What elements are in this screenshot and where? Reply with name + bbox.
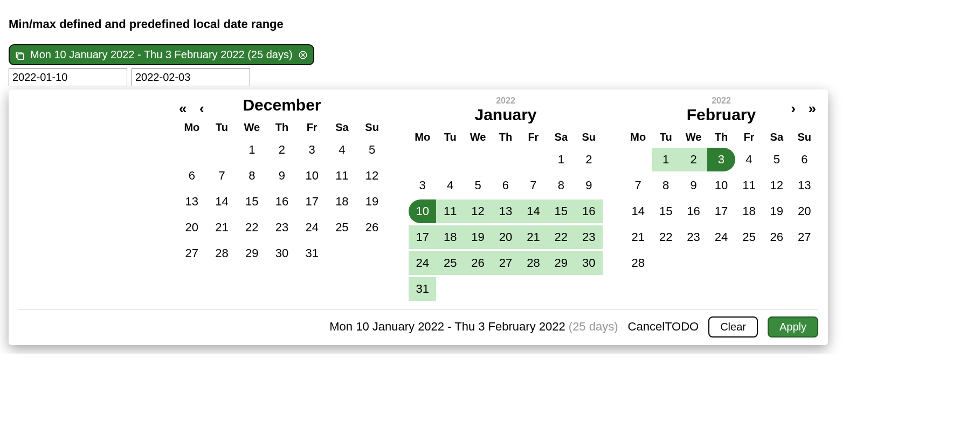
day-cell[interactable]: 27 bbox=[177, 242, 207, 265]
day-cell[interactable]: 11 bbox=[436, 199, 464, 223]
day-cell[interactable]: 9 bbox=[680, 174, 707, 197]
day-cell[interactable]: 10 bbox=[297, 164, 327, 188]
day-cell[interactable]: 3 bbox=[297, 138, 327, 162]
day-cell[interactable]: 4 bbox=[735, 148, 763, 171]
day-cell[interactable]: 8 bbox=[237, 164, 267, 188]
day-cell[interactable]: 15 bbox=[237, 190, 267, 214]
day-cell[interactable]: 28 bbox=[624, 251, 652, 275]
day-cell[interactable]: 29 bbox=[237, 242, 267, 265]
day-cell[interactable]: 14 bbox=[207, 190, 237, 214]
day-cell[interactable]: 14 bbox=[624, 199, 652, 223]
day-cell[interactable]: 23 bbox=[267, 216, 297, 239]
day-cell[interactable]: 24 bbox=[707, 225, 735, 249]
day-cell[interactable]: 26 bbox=[763, 225, 790, 249]
day-cell[interactable]: 1 bbox=[652, 148, 679, 171]
day-cell[interactable]: 12 bbox=[464, 199, 492, 223]
day-cell[interactable]: 19 bbox=[357, 190, 387, 214]
day-cell[interactable]: 22 bbox=[237, 216, 267, 239]
day-cell[interactable]: 12 bbox=[357, 164, 387, 188]
day-cell[interactable]: 24 bbox=[409, 251, 436, 275]
day-cell[interactable]: 26 bbox=[357, 216, 387, 239]
day-cell[interactable]: 25 bbox=[327, 216, 357, 239]
day-cell[interactable]: 20 bbox=[177, 216, 207, 239]
day-cell[interactable]: 5 bbox=[763, 148, 790, 171]
day-cell[interactable]: 11 bbox=[327, 164, 357, 188]
day-cell[interactable]: 28 bbox=[520, 251, 547, 275]
day-cell[interactable]: 1 bbox=[237, 138, 267, 162]
day-cell[interactable]: 5 bbox=[464, 174, 492, 197]
day-cell[interactable]: 4 bbox=[327, 138, 357, 162]
day-cell[interactable]: 17 bbox=[707, 199, 735, 223]
day-cell[interactable]: 9 bbox=[575, 174, 603, 197]
day-cell[interactable]: 21 bbox=[624, 225, 652, 249]
end-date-input[interactable] bbox=[132, 68, 250, 86]
day-cell[interactable]: 7 bbox=[207, 164, 237, 188]
day-cell[interactable]: 28 bbox=[207, 242, 237, 265]
day-cell[interactable]: 22 bbox=[547, 225, 575, 249]
day-cell[interactable]: 23 bbox=[575, 225, 603, 249]
day-cell[interactable]: 16 bbox=[267, 190, 297, 214]
next-month-button[interactable]: › bbox=[791, 100, 796, 117]
apply-button[interactable]: Apply bbox=[768, 316, 818, 338]
day-cell[interactable]: 17 bbox=[409, 225, 436, 249]
day-cell[interactable]: 6 bbox=[492, 174, 519, 197]
day-cell[interactable]: 16 bbox=[575, 199, 603, 223]
day-cell[interactable]: 3 bbox=[409, 174, 436, 197]
day-cell[interactable]: 30 bbox=[267, 242, 297, 265]
day-cell[interactable]: 21 bbox=[207, 216, 237, 239]
day-cell[interactable]: 31 bbox=[297, 242, 327, 265]
cancel-button[interactable]: CancelTODO bbox=[628, 320, 699, 334]
date-range-chip[interactable]: Mon 10 January 2022 - Thu 3 February 202… bbox=[9, 44, 314, 65]
day-cell[interactable]: 19 bbox=[464, 225, 492, 249]
day-cell[interactable]: 19 bbox=[763, 199, 790, 223]
day-cell[interactable]: 10 bbox=[409, 199, 436, 223]
day-cell[interactable]: 2 bbox=[267, 138, 297, 162]
day-cell[interactable]: 20 bbox=[791, 199, 818, 223]
day-cell[interactable]: 10 bbox=[707, 174, 735, 197]
day-cell[interactable]: 23 bbox=[680, 225, 707, 249]
day-cell[interactable]: 5 bbox=[357, 138, 387, 162]
clear-icon[interactable] bbox=[298, 50, 308, 60]
clear-button[interactable]: Clear bbox=[708, 316, 758, 338]
day-cell[interactable]: 3 bbox=[707, 148, 735, 171]
day-cell[interactable]: 9 bbox=[267, 164, 297, 188]
prev-year-button[interactable]: « bbox=[179, 100, 187, 117]
day-cell[interactable]: 18 bbox=[436, 225, 464, 249]
start-date-input[interactable] bbox=[9, 68, 127, 86]
next-year-button[interactable]: » bbox=[809, 100, 816, 117]
day-cell[interactable]: 12 bbox=[763, 174, 790, 197]
day-cell[interactable]: 25 bbox=[735, 225, 763, 249]
day-cell[interactable]: 15 bbox=[547, 199, 575, 223]
day-cell[interactable]: 8 bbox=[652, 174, 679, 197]
day-cell[interactable]: 6 bbox=[791, 148, 818, 171]
day-cell[interactable]: 14 bbox=[520, 199, 547, 223]
day-cell[interactable]: 17 bbox=[297, 190, 327, 214]
day-cell[interactable]: 15 bbox=[652, 199, 679, 223]
day-cell[interactable]: 7 bbox=[520, 174, 547, 197]
prev-month-button[interactable]: ‹ bbox=[199, 100, 204, 117]
day-cell[interactable]: 22 bbox=[652, 225, 679, 249]
day-cell[interactable]: 2 bbox=[575, 148, 603, 171]
day-cell[interactable]: 11 bbox=[735, 174, 763, 197]
day-cell[interactable]: 27 bbox=[791, 225, 818, 249]
day-cell[interactable]: 13 bbox=[492, 199, 519, 223]
day-cell[interactable]: 26 bbox=[464, 251, 492, 275]
day-cell[interactable]: 8 bbox=[547, 174, 575, 197]
day-cell[interactable]: 31 bbox=[409, 277, 436, 301]
day-cell[interactable]: 16 bbox=[680, 199, 707, 223]
day-cell[interactable]: 2 bbox=[680, 148, 707, 171]
day-cell[interactable]: 13 bbox=[791, 174, 818, 197]
day-cell[interactable]: 20 bbox=[492, 225, 519, 249]
day-cell[interactable]: 24 bbox=[297, 216, 327, 239]
day-cell[interactable]: 29 bbox=[547, 251, 575, 275]
day-cell[interactable]: 13 bbox=[177, 190, 207, 214]
day-cell[interactable]: 21 bbox=[520, 225, 547, 249]
day-cell[interactable]: 18 bbox=[327, 190, 357, 214]
day-cell[interactable]: 18 bbox=[735, 199, 763, 223]
day-cell[interactable]: 6 bbox=[177, 164, 207, 188]
day-cell[interactable]: 30 bbox=[575, 251, 603, 275]
day-cell[interactable]: 25 bbox=[436, 251, 464, 275]
day-cell[interactable]: 27 bbox=[492, 251, 519, 275]
day-cell[interactable]: 7 bbox=[624, 174, 652, 197]
day-cell[interactable]: 1 bbox=[547, 148, 575, 171]
